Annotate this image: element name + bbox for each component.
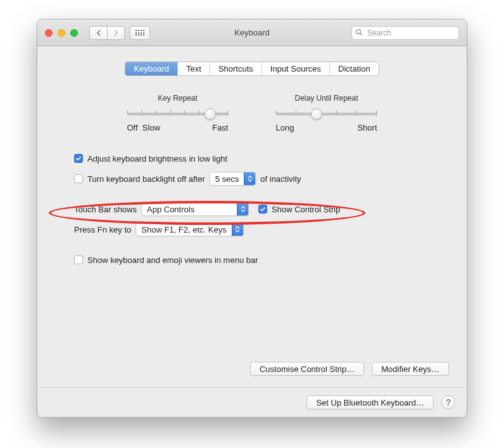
slider-title: Delay Until Repeat	[294, 94, 358, 103]
help-button[interactable]: ?	[441, 395, 455, 409]
sliders-row: Key Repeat Off Slow Fast Delay Until Rep…	[55, 94, 449, 132]
slider-title: Key Repeat	[158, 94, 198, 103]
forward-button[interactable]	[107, 26, 125, 40]
tab-dictation[interactable]: Dictation	[330, 62, 379, 75]
show-all-button[interactable]	[130, 26, 150, 40]
fn-key-row: Press Fn key to Show F1, F2, etc. Keys	[74, 222, 449, 236]
search-icon	[355, 29, 363, 38]
backlight-timeout-select[interactable]: 5 secs	[210, 172, 256, 186]
close-icon[interactable]	[45, 29, 53, 37]
stepper-icon	[232, 223, 243, 236]
nav-buttons	[89, 26, 125, 40]
pane-body: KeyboardTextShortcutsInput SourcesDictat…	[37, 46, 467, 387]
touch-bar-select[interactable]: App Controls	[141, 202, 249, 216]
modifier-keys-button[interactable]: Modifier Keys…	[372, 362, 449, 376]
setup-bluetooth-keyboard-button[interactable]: Set Up Bluetooth Keyboard…	[306, 395, 434, 409]
tab-text[interactable]: Text	[178, 62, 210, 75]
stepper-icon	[237, 203, 248, 215]
show-viewers-row: Show keyboard and emoji viewers in menu …	[74, 253, 449, 267]
customise-control-strip-button[interactable]: Customise Control Strip…	[250, 362, 364, 376]
search-wrap	[351, 26, 459, 40]
options-block: Adjust keyboard brightness in low light …	[55, 151, 449, 267]
footer: Set Up Bluetooth Keyboard… ?	[37, 387, 467, 417]
checkbox-label: Show keyboard and emoji viewers in menu …	[87, 255, 258, 265]
tab-shortcuts[interactable]: Shortcuts	[210, 62, 262, 75]
slider-labels: Off Slow Fast	[127, 123, 229, 132]
stepper-icon	[244, 172, 255, 185]
adjust-brightness-checkbox[interactable]	[74, 154, 83, 163]
search-input[interactable]	[351, 26, 459, 40]
select-value: Show F1, F2, etc. Keys	[136, 225, 231, 234]
slider-track[interactable]	[127, 108, 229, 120]
bottom-buttons: Customise Control Strip… Modifier Keys…	[55, 362, 449, 376]
tab-input-sources[interactable]: Input Sources	[262, 62, 330, 75]
key-repeat-slider: Key Repeat Off Slow Fast	[127, 94, 229, 132]
back-button[interactable]	[89, 26, 107, 40]
checkbox-label: Adjust keyboard brightness in low light	[87, 154, 227, 163]
slider-labels: Long Short	[276, 123, 377, 132]
label: of inactivity	[260, 174, 301, 184]
zoom-icon[interactable]	[70, 29, 78, 37]
show-viewers-checkbox[interactable]	[74, 255, 83, 264]
adjust-brightness-row: Adjust keyboard brightness in low light	[74, 151, 449, 165]
slider-knob[interactable]	[311, 108, 322, 120]
show-control-strip-checkbox[interactable]	[258, 205, 267, 214]
backlight-off-row: Turn keyboard backlight off after 5 secs…	[74, 172, 449, 186]
tab-bar: KeyboardTextShortcutsInput SourcesDictat…	[55, 61, 449, 76]
touch-bar-row: Touch Bar shows App Controls Show Contro…	[74, 202, 449, 216]
minimize-icon[interactable]	[58, 29, 65, 37]
window-controls	[45, 29, 78, 37]
titlebar: Keyboard	[37, 20, 467, 46]
slider-track[interactable]	[276, 108, 377, 120]
fn-key-select[interactable]: Show F1, F2, etc. Keys	[135, 222, 243, 236]
grid-icon	[135, 30, 144, 35]
preferences-window: Keyboard KeyboardTextShortcutsInput Sour…	[37, 19, 467, 418]
delay-slider: Delay Until Repeat Long Short	[276, 94, 377, 132]
slider-knob[interactable]	[205, 108, 216, 120]
backlight-off-checkbox[interactable]	[74, 174, 83, 183]
svg-point-0	[356, 29, 361, 34]
svg-line-1	[360, 33, 362, 35]
select-value: 5 secs	[210, 174, 244, 184]
select-value: App Controls	[142, 205, 237, 214]
label: Press Fn key to	[74, 225, 131, 234]
tab-keyboard[interactable]: Keyboard	[125, 62, 178, 75]
checkbox-label: Show Control Strip	[272, 205, 340, 214]
label: Turn keyboard backlight off after	[87, 174, 205, 184]
label: Touch Bar shows	[74, 205, 137, 214]
